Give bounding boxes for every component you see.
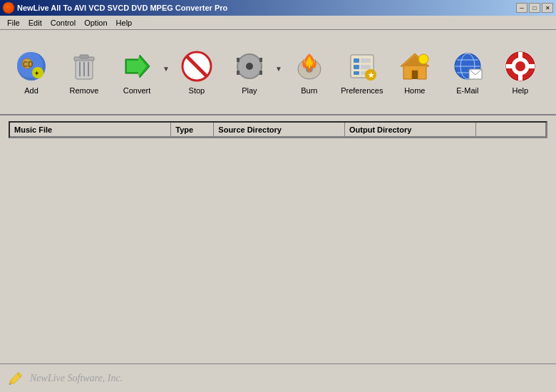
svg-point-38 — [418, 54, 428, 64]
preferences-button[interactable]: ★ Preferences — [336, 33, 388, 110]
stop-label: Stop — [189, 86, 205, 95]
toolbar: CD + Add Remove — [0, 30, 556, 115]
minimize-button[interactable]: ─ — [516, 3, 527, 13]
email-label: E-Mail — [456, 86, 478, 95]
list-header: Music File Type Source Directory Output … — [10, 123, 546, 137]
remove-label: Remove — [70, 86, 99, 95]
col-output-directory[interactable]: Output Directory — [345, 123, 476, 136]
svg-rect-23 — [259, 71, 262, 75]
svg-text:CD: CD — [23, 61, 33, 68]
svg-rect-31 — [361, 65, 371, 69]
play-group: Play ▼ — [224, 33, 282, 110]
svg-rect-30 — [361, 58, 371, 63]
menu-control[interactable]: Control — [46, 17, 80, 29]
convert-group: Convert ▼ — [111, 33, 170, 110]
col-extra — [476, 123, 546, 136]
col-music-file[interactable]: Music File — [10, 123, 171, 136]
close-button[interactable]: ✕ — [542, 3, 553, 13]
svg-text:★: ★ — [368, 71, 375, 79]
add-button[interactable]: CD + Add — [6, 33, 57, 110]
status-text: NewLive Software, Inc. — [30, 373, 123, 384]
burn-button[interactable]: Burn — [284, 33, 335, 110]
svg-rect-49 — [527, 64, 535, 68]
svg-rect-51 — [518, 73, 522, 81]
convert-dropdown[interactable]: ▼ — [163, 65, 170, 73]
svg-rect-27 — [354, 58, 359, 63]
help-label: Help — [513, 86, 529, 95]
pencil-icon — [7, 370, 24, 387]
maximize-button[interactable]: □ — [529, 3, 540, 13]
svg-rect-50 — [518, 52, 522, 59]
svg-rect-48 — [506, 64, 513, 68]
svg-rect-21 — [237, 71, 240, 75]
menu-edit[interactable]: Edit — [24, 17, 46, 29]
play-dropdown[interactable]: ▼ — [275, 65, 282, 73]
burn-label: Burn — [301, 86, 317, 95]
preferences-label: Preferences — [341, 86, 383, 95]
add-label: Add — [24, 86, 38, 95]
home-button[interactable]: Home — [389, 33, 441, 110]
home-label: Home — [404, 86, 425, 95]
menu-help[interactable]: Help — [112, 17, 137, 29]
svg-rect-9 — [80, 55, 88, 58]
svg-text:+: + — [35, 70, 38, 77]
menu-file[interactable]: File — [3, 17, 24, 29]
svg-rect-20 — [237, 58, 240, 62]
app-icon — [3, 2, 14, 14]
svg-rect-37 — [412, 71, 418, 79]
menu-option[interactable]: Option — [80, 17, 111, 29]
remove-button[interactable]: Remove — [58, 33, 110, 110]
svg-rect-29 — [354, 71, 359, 75]
menu-bar: File Edit Control Option Help — [0, 16, 556, 30]
svg-rect-22 — [259, 58, 262, 62]
file-list[interactable]: Music File Type Source Directory Output … — [9, 121, 547, 138]
status-bar: NewLive Software, Inc. — [0, 363, 556, 392]
convert-label: Convert — [123, 86, 151, 95]
help-button[interactable]: Help — [495, 33, 546, 110]
play-label: Play — [242, 86, 257, 95]
svg-point-47 — [515, 61, 525, 71]
stop-button[interactable]: Stop — [171, 33, 222, 110]
window-controls: ─ □ ✕ — [516, 3, 553, 13]
email-button[interactable]: E-Mail — [442, 33, 493, 110]
col-type[interactable]: Type — [171, 123, 214, 136]
col-source-directory[interactable]: Source Directory — [214, 123, 345, 136]
convert-button[interactable]: Convert — [111, 33, 163, 110]
svg-point-19 — [246, 63, 253, 70]
svg-rect-28 — [354, 65, 359, 69]
title-bar: NewLive All To AVI VCD SVCD DVD MPEG Con… — [0, 0, 556, 16]
play-button[interactable]: Play — [224, 33, 275, 110]
window-title: NewLive All To AVI VCD SVCD DVD MPEG Con… — [17, 4, 227, 12]
